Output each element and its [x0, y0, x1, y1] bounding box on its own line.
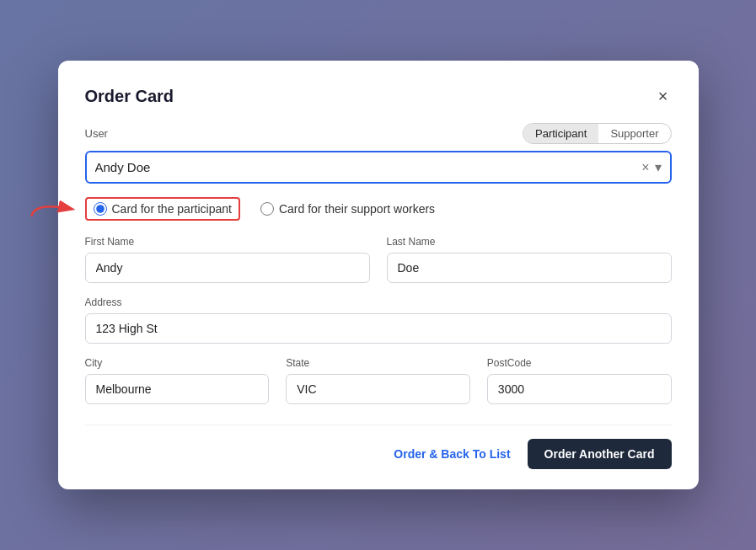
state-label: State [286, 357, 470, 369]
postcode-group: PostCode [487, 357, 672, 404]
close-button[interactable]: × [655, 84, 672, 108]
search-icons: × ▾ [641, 159, 661, 175]
card-for-participant-label: Card for the participant [112, 202, 232, 216]
modal-footer: Order & Back To List Order Another Card [85, 425, 672, 469]
card-for-participant-radio[interactable] [94, 202, 107, 216]
city-label: City [85, 357, 270, 369]
clear-icon[interactable]: × [641, 160, 649, 175]
first-name-label: First Name [85, 236, 370, 248]
address-label: Address [85, 296, 672, 308]
first-name-input[interactable] [85, 253, 370, 283]
state-group: State [286, 357, 470, 404]
last-name-group: Last Name [387, 236, 672, 283]
name-row: First Name Last Name [85, 236, 672, 283]
state-input[interactable] [286, 374, 470, 404]
card-for-support-workers-radio[interactable] [260, 202, 274, 216]
order-card-modal: Order Card × User Participant Supporter … [58, 61, 699, 489]
red-arrow-icon [28, 196, 78, 222]
supporter-toggle[interactable]: Supporter [598, 124, 670, 143]
user-search-input[interactable] [95, 160, 642, 174]
user-label: User [85, 127, 108, 140]
card-for-participant-option[interactable]: Card for the participant [94, 202, 232, 216]
modal-overlay: Order Card × User Participant Supporter … [0, 0, 756, 550]
modal-header: Order Card × [85, 84, 672, 108]
address-row: Address [85, 296, 672, 344]
city-input[interactable] [85, 374, 270, 404]
city-state-postcode-row: City State PostCode [85, 357, 672, 404]
user-search-wrap: × ▾ [85, 151, 672, 184]
postcode-label: PostCode [487, 357, 672, 369]
last-name-label: Last Name [387, 236, 672, 248]
address-input[interactable] [85, 313, 672, 344]
order-back-to-list-button[interactable]: Order & Back To List [394, 447, 510, 461]
user-type-toggle: Participant Supporter [523, 123, 672, 144]
city-group: City [85, 357, 270, 404]
last-name-input[interactable] [387, 253, 672, 283]
modal-title: Order Card [85, 87, 174, 106]
first-name-group: First Name [85, 236, 370, 283]
participant-toggle[interactable]: Participant [523, 124, 598, 143]
card-for-support-workers-label: Card for their support workers [279, 202, 435, 216]
chevron-down-icon[interactable]: ▾ [655, 159, 662, 175]
card-for-support-workers-option[interactable]: Card for their support workers [260, 202, 435, 216]
postcode-input[interactable] [487, 374, 672, 404]
user-row: User Participant Supporter [85, 123, 672, 144]
card-for-participant-highlight: Card for the participant [85, 197, 240, 221]
address-group: Address [85, 296, 672, 344]
card-type-row: Card for the participant Card for their … [85, 197, 672, 221]
order-another-card-button[interactable]: Order Another Card [528, 439, 672, 469]
